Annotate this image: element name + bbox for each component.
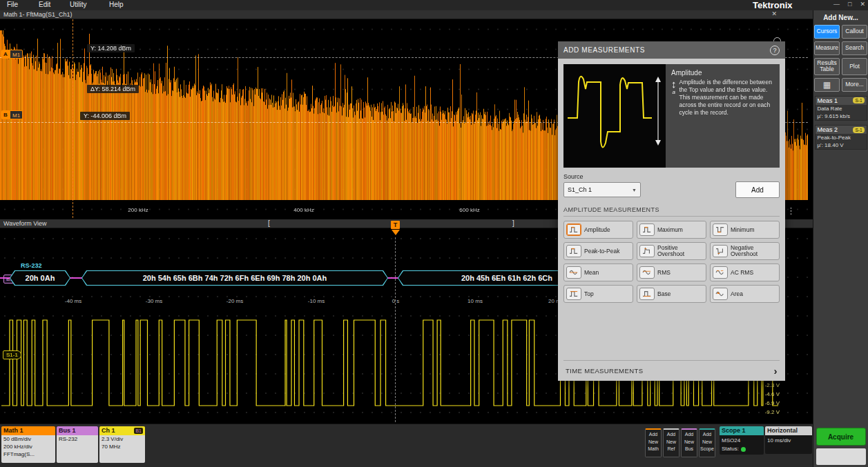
decoded-packet[interactable]: 20h 0Ah [10,270,70,286]
ac-rms-icon [713,266,728,279]
add-cursors-button[interactable]: Cursors [814,25,840,39]
maximize-icon[interactable]: □ [848,1,851,8]
preview-title: Amplitude [671,69,774,77]
time-measurements-expander[interactable]: TIME MEASUREMENTS › [563,360,780,377]
cursor-a-readout: Y: 14.208 dBm [87,44,135,52]
add-new-math-button[interactable]: AddNewMath [645,428,662,457]
measurement-peak-to-peak-button[interactable]: Peak-to-Peak [563,242,633,260]
cursor-a-badge[interactable]: A M1 [1,50,23,59]
channel-s1-badge[interactable]: S1-1 [3,350,21,359]
meas1-label: Meas 1 [818,97,838,104]
add-search-button[interactable]: Search [842,41,867,55]
measurement-negative-overshoot-button[interactable]: Negative Overshoot [710,242,780,260]
add-new-bus-button[interactable]: AddNewBus [681,428,697,457]
cursor-b-readout: Y: -44.006 dBm [80,112,130,120]
measurement-minimum-button[interactable]: Minimum [710,221,780,239]
bus1-title: Bus 1 [59,426,76,435]
measurement-positive-overshoot-button[interactable]: Positive Overshoot [637,242,706,260]
measurement-base-button[interactable]: Base [637,285,706,303]
time-tick: -10 ms [302,298,330,304]
meas1-value: µ': 9.615 kb/s [816,112,867,120]
mean-icon [566,266,581,279]
cursor-b-source: M1 [10,110,23,119]
meas1-badge[interactable]: Meas 1 S-1 Data Rate µ': 9.615 kb/s [815,96,867,121]
help-icon[interactable]: ? [770,46,780,55]
cursor-a-letter: A [1,50,10,59]
acquire-button[interactable]: Acquire [816,428,866,446]
bus-decode-label: RS-232 [21,262,42,269]
add-callout-button[interactable]: Callout [842,25,867,39]
expansion-bracket-left-icon[interactable]: [ [268,219,270,227]
volt-label: -6.9 V [755,400,780,406]
add-measurement-button[interactable]: Add [735,181,780,198]
horizontal-badge[interactable]: Horizontal 10 ms/div [765,426,812,454]
tekscope-app: File Edit Utility Help Tektronix — □ ✕ M… [0,0,868,467]
status-ok-icon [741,447,746,452]
math1-scale: 50 dBm/div [3,436,53,444]
cursor-b-letter: B [1,110,10,119]
decoded-packet[interactable]: 20h 54h 65h 6Bh 74h 72h 6Fh 6Eh 69h 78h … [81,270,388,286]
scope-model: MSO24 [722,437,762,445]
area-icon [713,288,728,300]
measurement-amplitude-button[interactable]: Amplitude [563,221,633,239]
measurement-grid: Amplitude Maximum Minimum Peak-to-Peak P… [563,221,780,303]
menu-utility[interactable]: Utility [70,1,86,8]
cursor-a-source: M1 [10,50,23,59]
math-view-close-icon[interactable]: ✕ [771,10,777,17]
annotation-a: a [673,89,675,95]
add-results-table-button[interactable]: Results Table [814,58,840,75]
scope1-badge[interactable]: Scope 1 MSO24 Status: [720,426,764,455]
meas1-type: Data Rate [816,105,867,112]
math1-title: Math 1 [3,426,23,435]
measurement-mean-button[interactable]: Mean [563,264,633,281]
measurement-rms-button[interactable]: RMS [637,264,706,281]
trigger-flag[interactable]: T [391,221,400,229]
time-tick: 10 ms [461,298,489,304]
meas2-badge[interactable]: Meas 2 S-1 Peak-to-Peak µ': 18.40 V [815,125,867,150]
add-new-scope-button[interactable]: AddNewScope [699,428,715,457]
add-plot-button[interactable]: Plot [842,58,867,75]
add-new-panel: Add New... Cursors Callout Measure Searc… [813,10,868,467]
base-icon [639,288,655,300]
add-new-ref-button[interactable]: AddNewRef [663,428,679,457]
measurement-ac-rms-button[interactable]: AC RMS [710,264,780,281]
top-icon [566,288,581,300]
chevron-right-icon: › [774,368,778,375]
ch1-badge[interactable]: Ch 1 B1 2.3 V/div 70 MHz [99,426,145,463]
measurement-maximum-button[interactable]: Maximum [637,221,706,239]
bus-idle-line [69,277,83,279]
menu-file[interactable]: File [7,1,18,8]
minimize-icon[interactable]: — [833,1,840,8]
add-measure-button[interactable]: Measure [814,41,840,55]
bus1-type: RS-232 [59,436,96,444]
preview-description: Amplitude is the difference between the … [679,79,775,117]
freq-tick-200: 200 kHz [123,207,153,213]
tektronix-logo: Tektronix [753,0,793,10]
dialog-titlebar[interactable]: ADD MEASUREMENTS ? [558,41,785,59]
ch1-title: Ch 1 [102,426,115,435]
math-view-titlebar: Math 1- FftMag(S1_Ch1) ✕ [0,10,813,19]
trigger-position-icon[interactable] [392,230,400,235]
math1-badge[interactable]: Math 1 50 dBm/div 200 kHz/div FFTmag(S..… [1,426,55,463]
more-button[interactable]: More... [842,78,867,92]
measurement-top-button[interactable]: Top [563,285,633,303]
measurement-area-button[interactable]: Area [710,285,780,303]
cursor-b-badge[interactable]: B M1 [1,110,23,119]
add-new-title: Add New... [823,14,858,21]
ch1-bw: 70 MHz [102,444,143,451]
settings-bar: Math 1 50 dBm/div 200 kHz/div FFTmag(S..… [0,424,813,467]
menu-help[interactable]: Help [109,1,124,8]
bus1-badge[interactable]: Bus 1 RS-232 [57,426,98,463]
dialog-title: ADD MEASUREMENTS [563,46,645,54]
add-measurements-dialog: ADD MEASUREMENTS ? Amplitude [558,41,785,381]
time-tick: 0 s [382,298,409,304]
cursor-vline[interactable] [73,19,73,218]
dialog-scrollbar-handle[interactable]: ⋮ [787,207,795,215]
menu-edit[interactable]: Edit [39,1,50,8]
draw-a-box-button[interactable]: ▦ [814,78,840,92]
expansion-bracket-right-icon[interactable]: ] [512,219,514,227]
source-dropdown[interactable]: S1_Ch 1 ▼ [563,182,641,197]
ch1-scale: 2.3 V/div [102,436,143,444]
close-icon[interactable]: ✕ [860,1,865,8]
meas1-source-pill: S-1 [853,97,864,103]
